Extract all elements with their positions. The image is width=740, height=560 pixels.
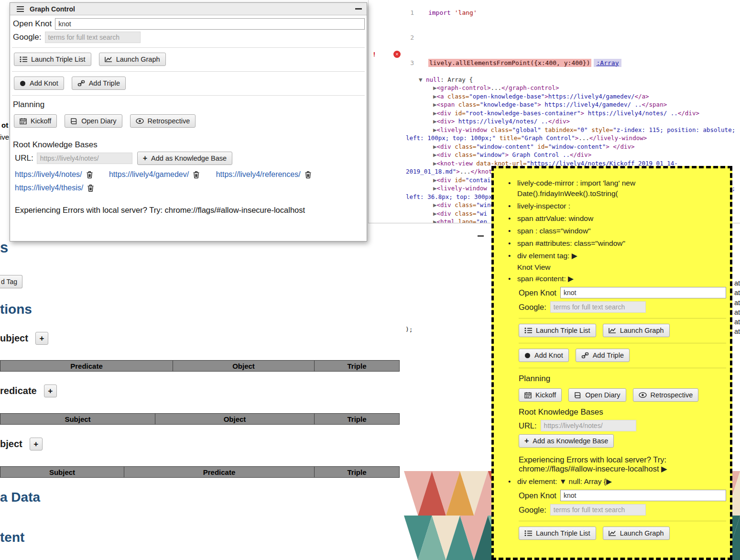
inspector-node-line[interactable]: ▶<a class="open-knowledge-base">https://… xyxy=(406,92,740,101)
code-token-attr: id= xyxy=(537,143,548,150)
open-diary-button[interactable]: Open Diary xyxy=(65,114,122,128)
window-menu-icon[interactable] xyxy=(17,6,24,12)
line-chart-icon xyxy=(105,56,112,63)
debug-item-expander[interactable]: div element: ▼ null: Array {▶ xyxy=(517,476,612,487)
open-knot-input[interactable] xyxy=(560,490,726,501)
add-triple-button[interactable]: Add Triple xyxy=(576,349,630,362)
divider xyxy=(12,47,365,48)
code-token-arrow: ▶ xyxy=(433,101,437,108)
code-token-tag: </lively-window> xyxy=(589,134,647,142)
trash-icon[interactable] xyxy=(87,171,93,178)
column-header: Triple xyxy=(315,413,400,425)
open-knot-label: Open Knot xyxy=(13,19,52,29)
inspector-node-line[interactable]: ▶<span class="knowledge-base"> https://l… xyxy=(406,100,740,109)
local-server-error-hint[interactable]: Experiencing Errors with local server? T… xyxy=(519,455,726,473)
plus-icon: + xyxy=(48,386,53,396)
code-token-arrow: ▶ xyxy=(433,118,437,125)
knowledge-base-link[interactable]: https://lively4/notes/ xyxy=(15,169,82,180)
add-knowledge-base-button[interactable]: + Add as Knowledge Base xyxy=(519,434,614,448)
launch-triple-list-button[interactable]: Launch Triple List xyxy=(519,324,596,337)
debug-item: • span : class="window" xyxy=(508,226,726,236)
code-token-attr: title= xyxy=(500,134,521,142)
debug-item: • span attrValue: window xyxy=(508,213,726,224)
inspector-node-line[interactable]: ▶<div class="window-content" id="window-… xyxy=(406,143,740,151)
bullet-icon: • xyxy=(508,178,513,199)
clipped-heading-object: bject xyxy=(0,439,22,450)
add-tag-button[interactable]: d Tag xyxy=(0,275,22,288)
bullet-icon: • xyxy=(508,201,513,211)
column-header: Triple xyxy=(315,466,400,478)
inspector-node-line[interactable]: ▶<lively-window class="global" tabindex=… xyxy=(406,126,740,143)
clipped-text-fragments: atatatatatat xyxy=(734,278,740,337)
code-token-plain: ... xyxy=(490,84,501,91)
knowledge-base-link[interactable]: https://lively4/thesis/ xyxy=(15,182,83,194)
launch-graph-button[interactable]: Launch Graph xyxy=(603,527,670,540)
add-object-button[interactable]: + xyxy=(30,438,43,450)
bullet-icon: • xyxy=(508,213,513,224)
google-search-input[interactable] xyxy=(550,301,646,313)
open-knot-input[interactable] xyxy=(55,18,365,30)
debug-item-expander[interactable]: div element tag: ▶ xyxy=(517,251,577,261)
launch-graph-button[interactable]: Launch Graph xyxy=(603,324,670,337)
add-triple-button[interactable]: Add Triple xyxy=(72,77,126,90)
retrospective-button[interactable]: Retrospective xyxy=(633,388,699,402)
add-subject-button[interactable]: + xyxy=(35,332,48,345)
code-token-val: "wi xyxy=(476,210,487,217)
add-predicate-button[interactable]: + xyxy=(44,384,57,397)
code-token-arrow: ▶ xyxy=(433,151,437,158)
add-knot-button[interactable]: Add Knot xyxy=(14,77,64,90)
inspector-node-line[interactable]: ▶<div> https://lively4/notes/ ..</div> xyxy=(406,117,740,126)
debug-item-expander[interactable]: span #content: ▶ xyxy=(517,274,574,284)
knot-circle-icon xyxy=(20,80,26,87)
book-icon xyxy=(70,118,77,124)
knowledge-base-link[interactable]: https://lively4/references/ xyxy=(216,169,301,180)
code-token-val: "window-content" xyxy=(548,143,606,150)
debug-item-text: span attrValue: window xyxy=(517,213,593,224)
button-label: Add Triple xyxy=(89,79,120,87)
code-token-text: https://lively4/notes/ .. xyxy=(455,118,548,125)
google-search-input[interactable] xyxy=(550,504,646,516)
open-diary-button[interactable]: Open Diary xyxy=(568,388,626,402)
plus-icon: + xyxy=(143,154,147,162)
add-knowledge-base-button[interactable]: + Add as Knowledge Base xyxy=(137,152,232,165)
retrospective-button[interactable]: Retrospective xyxy=(130,114,196,128)
trash-icon[interactable] xyxy=(305,171,311,178)
trash-icon[interactable] xyxy=(87,185,94,192)
array-result-link[interactable]: :Array xyxy=(594,59,622,67)
line-number: 3 xyxy=(391,59,414,67)
knowledge-base-link[interactable]: https://lively4/gamedev/ xyxy=(109,169,189,180)
knot-circle-icon xyxy=(524,352,531,359)
inspector-node-line[interactable]: ▶<div class="window"> Graph Control ..</… xyxy=(406,151,740,159)
window-titlebar[interactable]: Graph Control xyxy=(10,3,367,15)
url-input[interactable] xyxy=(541,420,636,431)
button-label: Add as Knowledge Base xyxy=(533,437,608,445)
url-input[interactable] xyxy=(37,153,132,164)
window-minimize-icon[interactable] xyxy=(478,235,484,237)
inspector-node-line[interactable]: ▶<div id="root-knowledge-bases-container… xyxy=(406,109,740,118)
clipped-heading-links: s xyxy=(0,239,8,256)
window-minimize-icon[interactable] xyxy=(355,8,362,10)
button-label: Launch Graph xyxy=(620,529,664,537)
google-search-input[interactable] xyxy=(45,32,141,43)
plus-icon: + xyxy=(39,334,44,343)
trash-icon[interactable] xyxy=(193,171,199,178)
button-label: Kickoff xyxy=(535,391,556,399)
launch-graph-button[interactable]: Launch Graph xyxy=(99,53,166,66)
divider xyxy=(519,318,726,318)
code-token-attr: style= xyxy=(591,126,613,133)
open-knot-input[interactable] xyxy=(560,287,726,298)
launch-triple-list-button[interactable]: Launch Triple List xyxy=(519,527,596,540)
code-token-text: https://lively4/gamedev/ .. xyxy=(541,101,642,108)
inspector-node-line[interactable]: ▶<graph-control>...</graph-control> xyxy=(406,84,740,92)
inspector-node-line[interactable]: ▼ null: Array { xyxy=(406,76,740,84)
kickoff-button[interactable]: Kickoff xyxy=(519,388,562,402)
code-token-text: https://lively4/notes/ .. xyxy=(584,110,678,117)
local-server-error-hint: Experiencing Errors with local server? T… xyxy=(15,206,365,215)
code-token-tag: > xyxy=(537,101,541,108)
divider xyxy=(519,521,726,521)
launch-triple-list-button[interactable]: Launch Triple List xyxy=(14,53,91,66)
add-knot-button[interactable]: Add Knot xyxy=(519,349,569,362)
code-token-tag: > xyxy=(606,143,609,150)
code-token-tag: <lively-window xyxy=(437,185,491,192)
kickoff-button[interactable]: Kickoff xyxy=(14,114,57,128)
